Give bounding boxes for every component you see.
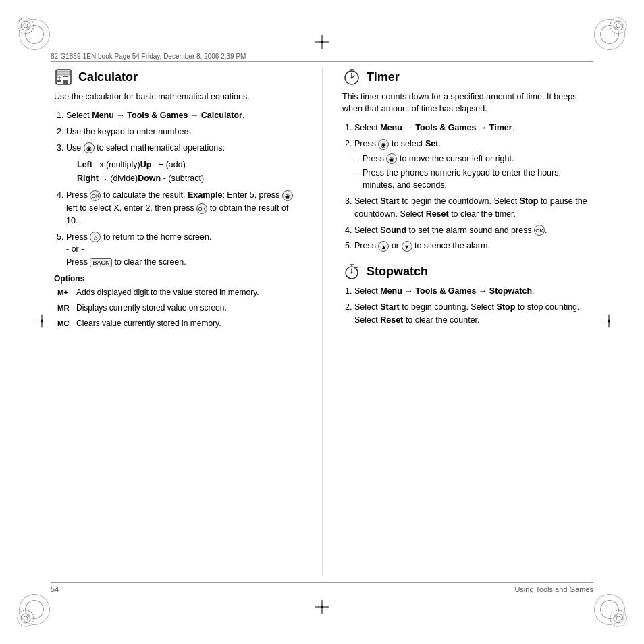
timer-step5-text: Press ▲ or ▼ to silence the alarm.	[354, 241, 490, 250]
calc-step5a: Press ⌂ to return to the home screen.	[66, 232, 211, 242]
bottom-center-crosshair	[315, 600, 329, 616]
timer-step-3: Select Start to begin the countdown. Sel…	[354, 195, 590, 221]
calc-step1-text: Select Menu → Tools & Games → Calculator…	[66, 111, 244, 120]
svg-point-13	[21, 21, 30, 30]
options-label: Options	[54, 274, 302, 284]
svg-point-5	[321, 606, 323, 608]
svg-point-15	[610, 18, 626, 34]
option-desc-mplus: Adds displayed digit to the value stored…	[76, 287, 302, 298]
calc-step5b: Press BACK to clear the screen.	[66, 257, 186, 267]
timer-left-btn: ◉	[386, 153, 397, 164]
spiral-bl	[15, 608, 36, 629]
stopwatch-step2-text: Select Start to begin counting. Select S…	[354, 302, 580, 325]
spiral-br	[608, 608, 629, 629]
timer-step-4: Select Sound to set the alarm sound and …	[354, 224, 590, 237]
key-down: Down - (subtract)	[138, 171, 204, 185]
option-mc: MC Clears value currently stored in memo…	[57, 318, 302, 329]
header-bar: 82-G1859-1EN.book Page 54 Friday, Decemb…	[51, 53, 593, 62]
svg-point-23	[616, 616, 620, 620]
calculator-step-2: Use the keypad to enter numbers.	[66, 126, 302, 138]
calculator-heading: Calculator	[78, 70, 138, 84]
option-mr: MR Displays currently stored value on sc…	[57, 302, 302, 314]
spiral-tr	[608, 15, 629, 36]
svg-point-12	[18, 18, 34, 34]
home-button-icon: ⌂	[90, 232, 101, 242]
svg-point-20	[24, 616, 28, 620]
stopwatch-step-2: Select Start to begin counting. Select S…	[354, 301, 590, 327]
svg-point-17	[616, 24, 620, 28]
stopwatch-step1-text: Select Menu → Tools & Games → Stopwatch.	[354, 286, 535, 296]
footer-page-number: 54	[51, 585, 59, 593]
left-center-crosshair	[35, 315, 49, 330]
stopwatch-step-1: Select Menu → Tools & Games → Stopwatch.	[354, 285, 590, 298]
timer-icon	[342, 68, 361, 86]
back-button-icon: BACK	[90, 258, 112, 268]
timer-title-row: Timer	[342, 68, 590, 86]
key-row-1: Left x (multiply) Up + (add)	[77, 158, 302, 171]
options-table: M+ Adds displayed digit to the value sto…	[57, 287, 302, 330]
timer-step4-text: Select Sound to set the alarm sound and …	[354, 225, 547, 235]
calculator-section: Calculator Use the calculator for basic …	[54, 68, 312, 576]
timer-step2-text: Press ◉ to select Set.	[354, 139, 441, 149]
timer-sub-1: Press ◉ to move the cursor left or right…	[354, 153, 590, 165]
timer-step3-text: Select Start to begin the countdown. Sel…	[354, 196, 587, 219]
footer-bar: 54 Using Tools and Games	[51, 582, 593, 593]
key-up: Up + (add)	[140, 158, 188, 171]
calc-step4-text: Press OK to calculate the result. Exampl…	[66, 190, 293, 225]
svg-point-21	[610, 610, 626, 626]
calc-step5-or: - or -	[66, 244, 84, 254]
calculator-icon	[54, 68, 73, 86]
timer-step-1: Select Menu → Tools & Games → Timer.	[354, 122, 590, 134]
key-left: Left x (multiply)	[77, 158, 140, 171]
timer-steps-list: Select Menu → Tools & Games → Timer. Pre…	[342, 122, 590, 252]
svg-rect-28	[63, 76, 68, 77]
timer-step1-text: Select Menu → Tools & Games → Timer.	[354, 123, 514, 132]
calc-step3-text: Use ◉ to select mathematical operations:	[66, 143, 225, 153]
svg-point-8	[41, 320, 43, 323]
calculator-title-row: Calculator	[54, 68, 302, 86]
nav-button-icon: ◉	[84, 142, 95, 153]
calc-step2-text: Use the keypad to enter numbers.	[66, 127, 193, 136]
option-key-mplus: M+	[57, 287, 76, 298]
timer-nav-btn: ◉	[378, 139, 389, 150]
footer-section-title: Using Tools and Games	[514, 585, 593, 593]
main-content: Calculator Use the calculator for basic …	[54, 68, 590, 576]
ok-button-icon2: OK	[196, 203, 207, 214]
right-column: Timer This timer counts down for a speci…	[332, 68, 590, 576]
calculator-description: Use the calculator for basic mathematica…	[54, 90, 302, 103]
timer-section: Timer This timer counts down for a speci…	[342, 68, 590, 252]
svg-point-14	[24, 24, 28, 28]
svg-point-18	[18, 610, 34, 626]
timer-step-2: Press ◉ to select Set. Press ◉ to move t…	[354, 138, 590, 192]
option-desc-mr: Displays currently stored value on scree…	[76, 302, 302, 314]
calculator-step-1: Select Menu → Tools & Games → Calculator…	[66, 109, 302, 122]
timer-step2-sublist: Press ◉ to move the cursor left or right…	[354, 153, 590, 192]
option-key-mr: MR	[57, 302, 76, 314]
calculator-step-5: Press ⌂ to return to the home screen. - …	[66, 231, 302, 269]
stopwatch-title-row: Stopwatch	[342, 262, 590, 281]
svg-point-11	[608, 320, 610, 323]
key-row-2: Right ÷ (divide) Down - (subtract)	[77, 171, 302, 185]
timer-heading: Timer	[367, 70, 400, 84]
ok-button-icon: OK	[90, 190, 101, 201]
page-container: 82-G1859-1EN.book Page 54 Friday, Decemb…	[0, 0, 644, 644]
svg-rect-25	[57, 71, 70, 75]
nav-button-icon2: ◉	[282, 190, 293, 201]
timer-sub-2: Press the phones numeric keypad to enter…	[354, 167, 590, 192]
stopwatch-heading: Stopwatch	[367, 265, 428, 279]
svg-point-16	[614, 21, 623, 30]
calculator-steps-list: Select Menu → Tools & Games → Calculator…	[54, 109, 302, 269]
timer-ok-btn: OK	[534, 225, 545, 236]
svg-point-19	[21, 614, 30, 623]
stopwatch-icon	[342, 262, 361, 281]
header-text: 82-G1859-1EN.book Page 54 Friday, Decemb…	[51, 53, 246, 60]
svg-rect-29	[57, 80, 61, 82]
stopwatch-steps-list: Select Menu → Tools & Games → Stopwatch.…	[342, 285, 590, 326]
svg-line-42	[356, 267, 358, 268]
calculator-step-3: Use ◉ to select mathematical operations:…	[66, 142, 302, 186]
calculator-step-4: Press OK to calculate the result. Exampl…	[66, 189, 302, 227]
timer-description: This timer counts down for a specified a…	[342, 90, 590, 115]
timer-vol-up-btn: ▲	[378, 241, 389, 252]
stopwatch-section: Stopwatch Select Menu → Tools & Games → …	[342, 262, 590, 326]
spiral-tl	[15, 15, 36, 36]
